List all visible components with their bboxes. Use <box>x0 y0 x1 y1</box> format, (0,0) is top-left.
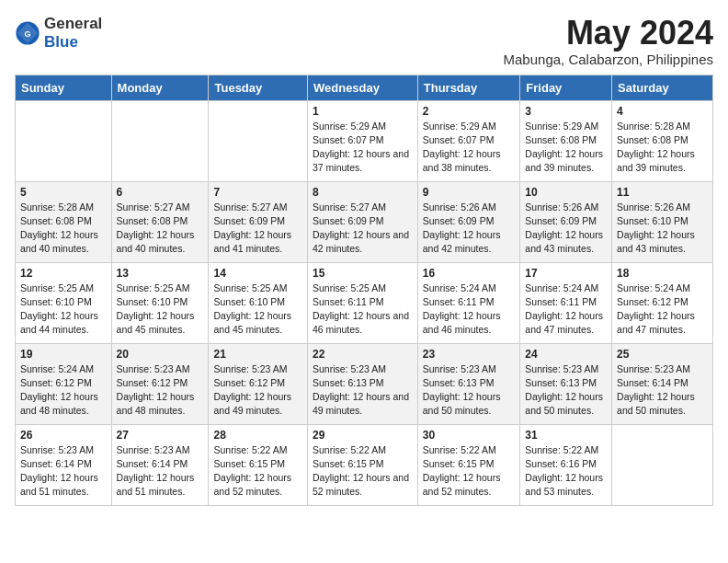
day-number: 25 <box>617 348 708 361</box>
cell-info: Sunrise: 5:23 AM Sunset: 6:14 PM Dayligh… <box>617 362 708 419</box>
day-number: 23 <box>423 348 516 361</box>
calendar-table: SundayMondayTuesdayWednesdayThursdayFrid… <box>15 75 713 506</box>
calendar-cell: 6Sunrise: 5:27 AM Sunset: 6:08 PM Daylig… <box>111 181 209 262</box>
day-number: 10 <box>525 186 607 199</box>
cell-info: Sunrise: 5:24 AM Sunset: 6:12 PM Dayligh… <box>617 282 708 338</box>
day-number: 2 <box>423 105 516 118</box>
day-number: 16 <box>423 267 516 280</box>
day-number: 19 <box>20 348 107 361</box>
calendar-cell: 11Sunrise: 5:26 AM Sunset: 6:10 PM Dayli… <box>612 181 713 262</box>
cell-info: Sunrise: 5:27 AM Sunset: 6:09 PM Dayligh… <box>213 201 302 257</box>
cell-info: Sunrise: 5:25 AM Sunset: 6:11 PM Dayligh… <box>313 282 413 338</box>
col-header-wednesday: Wednesday <box>307 75 417 100</box>
day-number: 30 <box>423 429 516 442</box>
calendar-cell <box>16 100 112 181</box>
cell-info: Sunrise: 5:23 AM Sunset: 6:13 PM Dayligh… <box>423 362 516 419</box>
calendar-cell: 10Sunrise: 5:26 AM Sunset: 6:09 PM Dayli… <box>520 181 612 262</box>
calendar-cell: 5Sunrise: 5:28 AM Sunset: 6:08 PM Daylig… <box>16 181 112 262</box>
cell-info: Sunrise: 5:22 AM Sunset: 6:15 PM Dayligh… <box>213 443 302 500</box>
cell-info: Sunrise: 5:29 AM Sunset: 6:07 PM Dayligh… <box>423 120 516 176</box>
calendar-cell: 24Sunrise: 5:23 AM Sunset: 6:13 PM Dayli… <box>520 343 612 424</box>
cell-info: Sunrise: 5:23 AM Sunset: 6:13 PM Dayligh… <box>525 362 607 419</box>
month-title: May 2024 <box>504 15 713 52</box>
cell-info: Sunrise: 5:22 AM Sunset: 6:15 PM Dayligh… <box>423 443 516 500</box>
day-number: 8 <box>313 186 413 199</box>
week-row-1: 1Sunrise: 5:29 AM Sunset: 6:07 PM Daylig… <box>16 100 713 181</box>
calendar-cell: 1Sunrise: 5:29 AM Sunset: 6:07 PM Daylig… <box>307 100 417 181</box>
svg-text:G: G <box>24 29 30 39</box>
day-number: 15 <box>313 267 413 280</box>
logo-blue: Blue <box>44 33 78 51</box>
calendar-cell: 17Sunrise: 5:24 AM Sunset: 6:11 PM Dayli… <box>520 262 612 343</box>
day-number: 31 <box>525 429 607 442</box>
col-header-sunday: Sunday <box>16 75 112 100</box>
calendar-cell: 26Sunrise: 5:23 AM Sunset: 6:14 PM Dayli… <box>16 424 112 505</box>
day-number: 29 <box>313 429 413 442</box>
day-number: 17 <box>525 267 607 280</box>
week-row-4: 19Sunrise: 5:24 AM Sunset: 6:12 PM Dayli… <box>16 343 713 424</box>
cell-info: Sunrise: 5:23 AM Sunset: 6:12 PM Dayligh… <box>213 362 302 419</box>
day-number: 3 <box>525 105 607 118</box>
calendar-header-row: SundayMondayTuesdayWednesdayThursdayFrid… <box>16 75 713 100</box>
cell-info: Sunrise: 5:22 AM Sunset: 6:15 PM Dayligh… <box>313 443 413 500</box>
calendar-cell <box>111 100 209 181</box>
calendar-cell: 31Sunrise: 5:22 AM Sunset: 6:16 PM Dayli… <box>520 424 612 505</box>
page-header: G General Blue May 2024 Mabunga, Calabar… <box>15 15 713 67</box>
cell-info: Sunrise: 5:26 AM Sunset: 6:09 PM Dayligh… <box>423 201 516 257</box>
calendar-cell: 18Sunrise: 5:24 AM Sunset: 6:12 PM Dayli… <box>612 262 713 343</box>
day-number: 22 <box>313 348 413 361</box>
day-number: 4 <box>617 105 708 118</box>
col-header-tuesday: Tuesday <box>209 75 308 100</box>
day-number: 9 <box>423 186 516 199</box>
cell-info: Sunrise: 5:22 AM Sunset: 6:16 PM Dayligh… <box>525 443 607 500</box>
cell-info: Sunrise: 5:28 AM Sunset: 6:08 PM Dayligh… <box>20 201 107 257</box>
calendar-cell: 29Sunrise: 5:22 AM Sunset: 6:15 PM Dayli… <box>307 424 417 505</box>
cell-info: Sunrise: 5:26 AM Sunset: 6:09 PM Dayligh… <box>525 201 607 257</box>
day-number: 20 <box>117 348 204 361</box>
cell-info: Sunrise: 5:28 AM Sunset: 6:08 PM Dayligh… <box>617 120 708 176</box>
calendar-cell: 12Sunrise: 5:25 AM Sunset: 6:10 PM Dayli… <box>16 262 112 343</box>
calendar-cell <box>209 100 308 181</box>
day-number: 13 <box>117 267 204 280</box>
calendar-cell: 27Sunrise: 5:23 AM Sunset: 6:14 PM Dayli… <box>111 424 209 505</box>
calendar-cell: 2Sunrise: 5:29 AM Sunset: 6:07 PM Daylig… <box>417 100 520 181</box>
col-header-monday: Monday <box>111 75 209 100</box>
week-row-3: 12Sunrise: 5:25 AM Sunset: 6:10 PM Dayli… <box>16 262 713 343</box>
calendar-cell: 8Sunrise: 5:27 AM Sunset: 6:09 PM Daylig… <box>307 181 417 262</box>
location-title: Mabunga, Calabarzon, Philippines <box>504 52 713 67</box>
calendar-cell <box>612 424 713 505</box>
title-section: May 2024 Mabunga, Calabarzon, Philippine… <box>504 15 713 67</box>
day-number: 26 <box>20 429 107 442</box>
calendar-cell: 30Sunrise: 5:22 AM Sunset: 6:15 PM Dayli… <box>417 424 520 505</box>
calendar-cell: 25Sunrise: 5:23 AM Sunset: 6:14 PM Dayli… <box>612 343 713 424</box>
day-number: 11 <box>617 186 708 199</box>
day-number: 14 <box>213 267 302 280</box>
calendar-cell: 9Sunrise: 5:26 AM Sunset: 6:09 PM Daylig… <box>417 181 520 262</box>
cell-info: Sunrise: 5:24 AM Sunset: 6:12 PM Dayligh… <box>20 362 107 419</box>
calendar-cell: 15Sunrise: 5:25 AM Sunset: 6:11 PM Dayli… <box>307 262 417 343</box>
cell-info: Sunrise: 5:29 AM Sunset: 6:08 PM Dayligh… <box>525 120 607 176</box>
cell-info: Sunrise: 5:23 AM Sunset: 6:14 PM Dayligh… <box>117 443 204 500</box>
day-number: 12 <box>20 267 107 280</box>
cell-info: Sunrise: 5:25 AM Sunset: 6:10 PM Dayligh… <box>20 282 107 338</box>
calendar-cell: 20Sunrise: 5:23 AM Sunset: 6:12 PM Dayli… <box>111 343 209 424</box>
calendar-cell: 13Sunrise: 5:25 AM Sunset: 6:10 PM Dayli… <box>111 262 209 343</box>
week-row-5: 26Sunrise: 5:23 AM Sunset: 6:14 PM Dayli… <box>16 424 713 505</box>
day-number: 1 <box>313 105 413 118</box>
logo-general: General <box>44 15 102 32</box>
day-number: 7 <box>213 186 302 199</box>
day-number: 18 <box>617 267 708 280</box>
cell-info: Sunrise: 5:26 AM Sunset: 6:10 PM Dayligh… <box>617 201 708 257</box>
cell-info: Sunrise: 5:24 AM Sunset: 6:11 PM Dayligh… <box>423 282 516 338</box>
week-row-2: 5Sunrise: 5:28 AM Sunset: 6:08 PM Daylig… <box>16 181 713 262</box>
calendar-cell: 7Sunrise: 5:27 AM Sunset: 6:09 PM Daylig… <box>209 181 308 262</box>
calendar-cell: 19Sunrise: 5:24 AM Sunset: 6:12 PM Dayli… <box>16 343 112 424</box>
cell-info: Sunrise: 5:23 AM Sunset: 6:12 PM Dayligh… <box>117 362 204 419</box>
cell-info: Sunrise: 5:23 AM Sunset: 6:14 PM Dayligh… <box>20 443 107 500</box>
cell-info: Sunrise: 5:27 AM Sunset: 6:08 PM Dayligh… <box>117 201 204 257</box>
day-number: 21 <box>213 348 302 361</box>
col-header-friday: Friday <box>520 75 612 100</box>
logo: G General Blue <box>15 15 102 52</box>
day-number: 24 <box>525 348 607 361</box>
cell-info: Sunrise: 5:25 AM Sunset: 6:10 PM Dayligh… <box>213 282 302 338</box>
